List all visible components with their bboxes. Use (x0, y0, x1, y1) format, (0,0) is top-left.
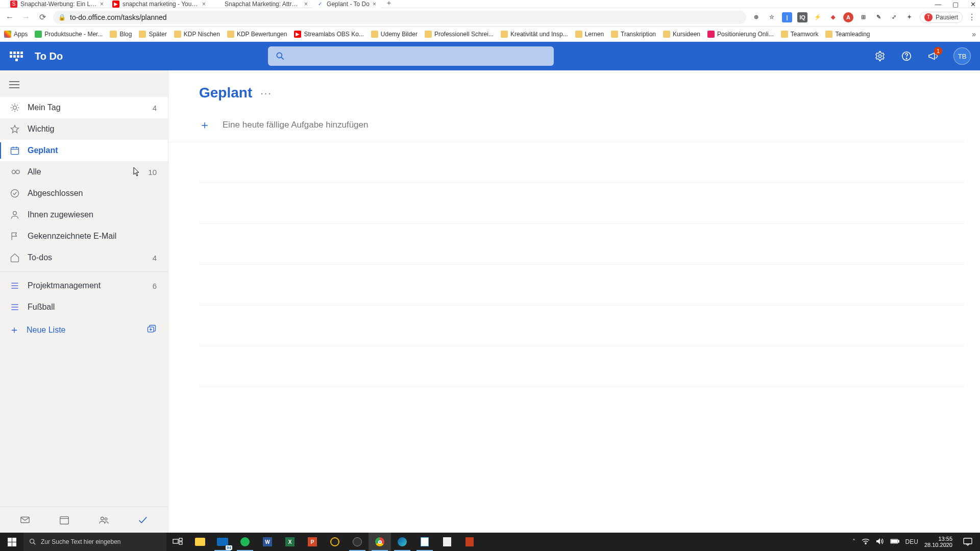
add-task-row[interactable]: ＋ Eine heute fällige Aufgabe hinzufügen (168, 108, 965, 142)
notepad-icon[interactable] (413, 533, 436, 551)
megaphone-icon[interactable]: 1 (927, 50, 939, 62)
taskbar-search[interactable]: Zur Suche Text hier eingeben (23, 533, 166, 551)
file-explorer-icon[interactable] (189, 533, 211, 551)
browser-tab-2[interactable]: Snapchat Marketing: Attract New × (210, 0, 312, 8)
close-window-button[interactable]: ✕ (968, 0, 978, 8)
tab-title: snapchat marketing - YouTube (122, 1, 199, 8)
powerpoint-icon[interactable]: P (301, 533, 324, 551)
bookmark-apps[interactable]: Apps (4, 31, 28, 38)
mail-app-icon[interactable]: 94 (211, 533, 234, 551)
browser-tab-3[interactable]: ✓ Geplant - To Do × (312, 0, 381, 8)
bookmark-item-5[interactable]: KDP Bewertungen (227, 31, 287, 38)
people-icon[interactable] (97, 513, 110, 527)
bookmark-item-14[interactable]: Teamwork (781, 31, 819, 38)
new-tab-button[interactable]: ＋ (384, 0, 394, 8)
sidebar-item-count: 4 (153, 254, 157, 262)
search-icon (275, 51, 285, 61)
bookmark-item-7[interactable]: Udemy Bilder (371, 31, 418, 38)
ext-icon-6[interactable]: ⊞ (859, 12, 869, 22)
ext-icon-7[interactable]: ✎ (874, 12, 884, 22)
browser-tab-1[interactable]: ▶ snapchat marketing - YouTube × (108, 0, 210, 8)
close-icon[interactable]: × (304, 1, 308, 8)
obs-icon[interactable] (346, 533, 369, 551)
sidebar-list-projektmanagement[interactable]: Projektmanagement 6 (0, 275, 168, 296)
ext-icon-5[interactable]: A (843, 12, 853, 22)
volume-icon[interactable] (876, 538, 884, 546)
browser-menu-icon[interactable]: ⋮ (968, 12, 976, 22)
sidebar-item-important[interactable]: Wichtig (0, 118, 168, 140)
back-button[interactable]: ← (4, 13, 15, 22)
reload-button[interactable]: ⟳ (37, 12, 48, 22)
taskview-icon[interactable] (166, 533, 189, 551)
bookmark-overflow-icon[interactable]: » (972, 30, 976, 38)
todo-check-icon[interactable] (136, 513, 150, 527)
excel-icon[interactable]: X (279, 533, 301, 551)
search-input[interactable] (268, 46, 554, 66)
ext-icon-4[interactable]: ◆ (828, 12, 838, 22)
sidebar-list-fussball[interactable]: Fußball (0, 296, 168, 318)
ext-icon-1[interactable]: | (782, 12, 792, 22)
bookmark-item-10[interactable]: Lernen (575, 31, 604, 38)
forward-button[interactable]: → (20, 13, 32, 22)
sidebar-item-my-day[interactable]: Mein Tag 4 (0, 97, 168, 118)
bookmark-item-4[interactable]: KDP Nischen (174, 31, 220, 38)
more-options-icon[interactable]: ··· (260, 87, 272, 99)
start-button[interactable] (0, 533, 23, 551)
bookmark-item-15[interactable]: Teamleading (825, 31, 870, 38)
sidebar-item-all[interactable]: Alle 10 (0, 161, 168, 183)
search-icon (29, 538, 37, 546)
new-group-icon[interactable] (146, 324, 157, 336)
calendar-footer-icon[interactable] (58, 513, 71, 527)
bookmark-item-1[interactable]: Produktsuche - Mer... (35, 31, 103, 38)
new-list-button[interactable]: ＋ Neue Liste (0, 318, 168, 342)
ext-icon-3[interactable]: ⚡ (813, 12, 823, 22)
maximize-button[interactable]: ▢ (950, 0, 961, 8)
settings-icon[interactable] (874, 50, 886, 62)
sidebar-item-completed[interactable]: Abgeschlossen (0, 183, 168, 204)
sidebar-item-todos[interactable]: To-dos 4 (0, 247, 168, 268)
close-icon[interactable]: × (202, 1, 206, 8)
zoom-icon[interactable]: ⊕ (751, 12, 762, 22)
taskbar-clock[interactable]: 13:55 28.10.2020 (924, 536, 952, 548)
app-icon-2[interactable] (436, 533, 458, 551)
help-icon[interactable] (900, 50, 913, 62)
address-bar[interactable]: 🔒 to-do.office.com/tasks/planned (53, 11, 746, 24)
app-icon-1[interactable] (324, 533, 346, 551)
bookmark-item-9[interactable]: Kreativität und Insp... (501, 31, 568, 38)
sidebar-item-planned[interactable]: Geplant (0, 140, 168, 161)
extensions-icon[interactable]: ✦ (904, 12, 915, 22)
minimize-button[interactable]: — (933, 0, 943, 8)
app-icon-3[interactable] (458, 533, 481, 551)
close-icon[interactable]: × (373, 1, 376, 8)
battery-icon[interactable] (890, 538, 899, 545)
app-brand[interactable]: To Do (35, 51, 63, 62)
bookmark-item-11[interactable]: Transkription (611, 31, 656, 38)
sidebar-item-flagged[interactable]: Gekennzeichnete E-Mail (0, 226, 168, 247)
wifi-icon[interactable] (862, 538, 870, 546)
bookmark-item-3[interactable]: Später (139, 31, 166, 38)
bookmark-item-13[interactable]: Positionierung Onli... (707, 31, 774, 38)
bookmark-item-2[interactable]: Blog (110, 31, 132, 38)
ext-icon-8[interactable]: ⤢ (889, 12, 899, 22)
site-icon: ▶ (294, 31, 301, 38)
hamburger-icon[interactable] (0, 74, 168, 97)
edge-icon[interactable] (391, 533, 413, 551)
action-center-icon[interactable] (959, 533, 977, 551)
browser-tab-0[interactable]: S Snapchat-Werbung: Ein Leitfade × (6, 0, 108, 8)
chrome-icon[interactable] (369, 533, 391, 551)
bookmark-item-8[interactable]: Professionell Schrei... (425, 31, 494, 38)
mail-icon[interactable] (18, 513, 32, 527)
avatar[interactable]: TB (953, 47, 971, 65)
profile-chip[interactable]: T Pausiert (920, 12, 963, 23)
bookmark-star-icon[interactable]: ☆ (767, 12, 777, 22)
spotify-icon[interactable] (234, 533, 256, 551)
tray-chevron-icon[interactable]: ˄ (852, 538, 855, 545)
app-launcher-icon[interactable] (9, 49, 23, 63)
language-indicator[interactable]: DEU (905, 538, 918, 545)
ext-icon-2[interactable]: IQ (797, 12, 807, 22)
bookmark-item-12[interactable]: Kursideen (663, 31, 700, 38)
sidebar-item-assigned[interactable]: Ihnen zugewiesen (0, 204, 168, 226)
word-icon[interactable]: W (256, 533, 279, 551)
close-icon[interactable]: × (100, 1, 104, 8)
bookmark-item-6[interactable]: ▶Streamlabs OBS Ko... (294, 31, 363, 38)
